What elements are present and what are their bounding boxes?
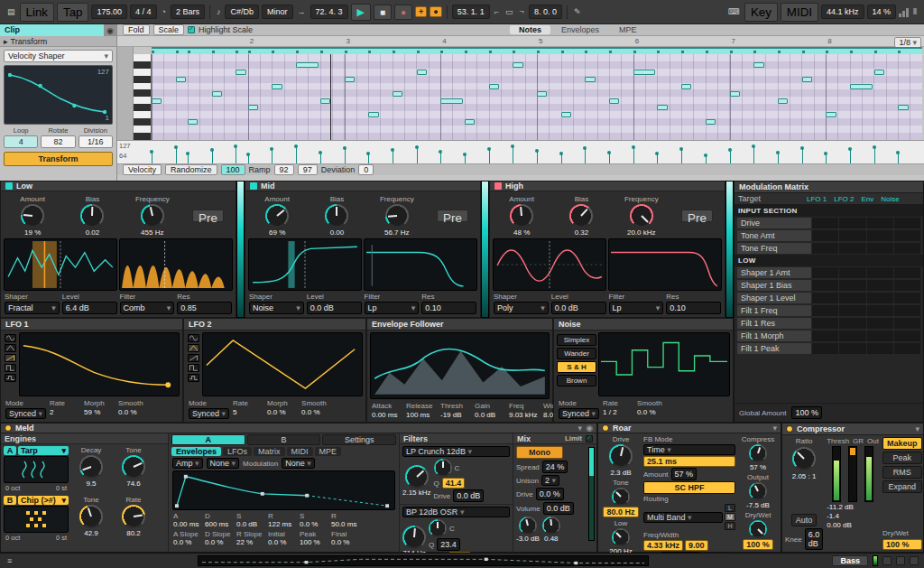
engine-a-oct[interactable]: 0 oct [5, 484, 20, 492]
matrix-cell[interactable] [839, 230, 865, 241]
matrix-source-lfo-1[interactable]: LFO 1 [807, 195, 827, 203]
matrix-cell[interactable] [894, 267, 920, 278]
velocity-stem[interactable] [850, 149, 851, 164]
midi-note[interactable] [585, 77, 595, 82]
bar-ruler[interactable]: 1/8 2345678 [117, 36, 924, 47]
filter-select[interactable]: Lp [609, 302, 664, 314]
engine-b-oct[interactable]: 0 oct [5, 534, 20, 542]
midi-note[interactable] [465, 119, 475, 125]
midi-note[interactable] [874, 70, 884, 75]
transform-apply-button[interactable]: Transform [4, 152, 113, 166]
res-field[interactable]: 0.85 [177, 302, 232, 314]
stop-button[interactable]: ■ [374, 5, 392, 20]
velocity-stem[interactable] [440, 152, 441, 164]
res-field[interactable]: 0.10 [421, 302, 476, 314]
matrix-cell[interactable] [894, 280, 920, 291]
midi-note[interactable] [345, 77, 355, 82]
midi-note[interactable] [272, 84, 282, 89]
compressor-button-expand[interactable]: Expand [882, 480, 922, 493]
collapse-triangle-icon[interactable]: ▸ [4, 37, 8, 46]
matrix-source-env[interactable]: Env [861, 195, 873, 203]
engine-a-st[interactable]: 0 st [56, 484, 67, 492]
smooth-value[interactable]: 0.0 % [301, 408, 332, 416]
midi-note[interactable] [850, 84, 873, 89]
matrix-cell[interactable] [812, 230, 838, 241]
velocity-stem[interactable] [874, 147, 875, 164]
meld-subtab-envelopes[interactable]: Envelopes [171, 447, 221, 456]
velocity-stem[interactable] [489, 149, 490, 164]
matrix-target-label[interactable]: Shaper 1 Bias [737, 280, 811, 291]
midi-note[interactable] [537, 91, 547, 97]
velocity-stem[interactable] [176, 147, 177, 164]
param-value[interactable]: 0.0 % [268, 538, 295, 546]
matrix-target-label[interactable]: Shaper 1 Amt [737, 267, 811, 278]
limit-checkbox[interactable] [586, 435, 593, 442]
volume-field[interactable]: 0.0 dB [543, 502, 574, 515]
shaper-select[interactable]: Noise [249, 302, 304, 314]
engine-a-tag[interactable]: A [4, 446, 16, 455]
crossfade-a-button[interactable] [882, 556, 892, 565]
filter-display[interactable] [364, 238, 477, 291]
random-icon[interactable] [188, 374, 199, 382]
thresh-meter[interactable] [832, 446, 841, 502]
loop-count-field[interactable]: 4 [4, 135, 38, 148]
rate-value[interactable]: 1 / 2 [603, 408, 633, 416]
meld-tab-b[interactable]: B [247, 434, 321, 445]
velocity-stem[interactable] [345, 148, 346, 164]
shaper-select[interactable]: Poly [494, 302, 549, 314]
unison-select[interactable]: 2 [541, 475, 559, 486]
midi-note[interactable] [802, 77, 812, 82]
rotate-field[interactable]: 82 [41, 135, 75, 148]
frequency-value[interactable]: 20.0 kHz [627, 228, 656, 237]
matrix-cell[interactable] [894, 243, 920, 254]
param-value[interactable]: 0.0 dB [236, 520, 263, 528]
amount-knob[interactable] [510, 204, 533, 228]
roar-tone-knob[interactable] [612, 488, 630, 506]
matrix-cell[interactable] [894, 293, 920, 303]
velocity-stem[interactable] [753, 146, 754, 164]
smooth-value[interactable]: 0.0 % [637, 408, 668, 416]
fold-device-icon[interactable]: ▾ [772, 424, 777, 433]
filter-select[interactable]: Lp [365, 302, 420, 314]
meld-subtab-mpe[interactable]: MPE [315, 447, 342, 456]
matrix-cell[interactable] [894, 318, 920, 329]
bias-value[interactable]: 0.02 [86, 228, 100, 237]
frequency-value[interactable]: 56.7 Hz [384, 228, 410, 237]
ratio-knob[interactable] [792, 447, 816, 470]
engine-a-k2-value[interactable]: 74.6 [126, 480, 141, 488]
meld-tab-a[interactable]: A [171, 434, 245, 445]
groove-selector[interactable]: 2 Bars [171, 5, 205, 19]
param-value[interactable]: 0.0 % [331, 538, 358, 546]
level-field[interactable]: 0.0 dB [551, 302, 606, 314]
midi-note[interactable] [633, 70, 656, 75]
shaper-display[interactable] [493, 238, 606, 291]
velocity-stem[interactable] [609, 153, 610, 165]
velocity-stem[interactable] [585, 148, 586, 164]
param-value[interactable]: 0.0 % [300, 520, 327, 528]
play-button[interactable]: ▶ [351, 4, 371, 21]
shaper-select[interactable]: Fractal [5, 302, 60, 314]
transform-section-header[interactable]: ▸ Transform [0, 36, 116, 47]
shaper-display[interactable] [248, 238, 362, 291]
noise-type-brown[interactable]: Brown [557, 375, 596, 386]
param-value[interactable]: 600 ms [205, 520, 232, 528]
noise-type-wander[interactable]: Wander [557, 348, 596, 359]
bias-knob[interactable] [80, 204, 104, 228]
midi-note[interactable] [681, 84, 691, 89]
midi-note[interactable] [489, 84, 499, 89]
matrix-cell[interactable] [867, 343, 893, 354]
square-icon[interactable] [5, 364, 16, 372]
amount-value[interactable]: 48 % [513, 228, 530, 237]
param-value[interactable]: 100 % [300, 538, 327, 546]
param-value[interactable]: 0.00 ms [173, 520, 200, 528]
roar-drive-value[interactable]: 2.3 dB [610, 469, 631, 477]
arrangement-position-field[interactable]: 72. 4. 3 [310, 5, 348, 19]
fb-time-field[interactable]: 25.1 ms [643, 456, 735, 467]
velocity-stem[interactable] [417, 147, 418, 164]
filter-display[interactable] [608, 238, 722, 291]
piano-keys-strip[interactable] [134, 54, 152, 140]
roar-route-l[interactable]: L [725, 504, 735, 512]
compressor-drywet-value[interactable]: 100 % [882, 539, 922, 550]
punch-out-icon[interactable]: ¬ [518, 6, 526, 17]
midi-note[interactable] [320, 98, 330, 104]
